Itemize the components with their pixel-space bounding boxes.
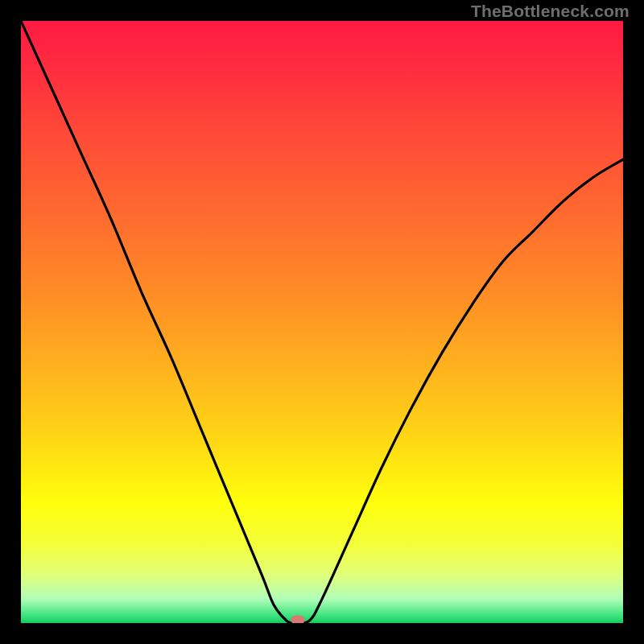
watermark-text: TheBottleneck.com — [471, 2, 630, 21]
bottleneck-curve — [21, 21, 623, 623]
chart-frame: TheBottleneck.com — [0, 0, 644, 644]
optimum-marker — [291, 616, 305, 624]
plot-area — [21, 21, 623, 623]
